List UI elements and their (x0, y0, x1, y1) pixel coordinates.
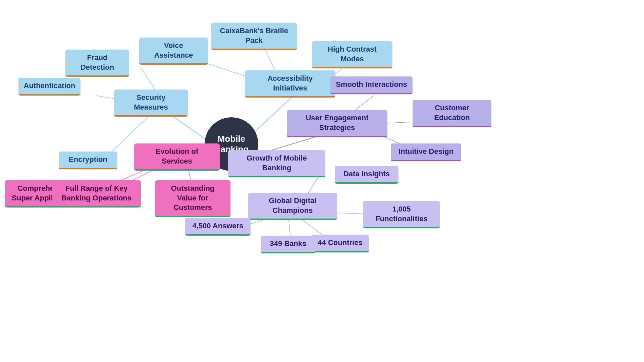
evolution-services-label: Evolution of Services (140, 147, 214, 166)
node-authentication: Authentication (18, 78, 80, 96)
node-data-insights: Data Insights (335, 166, 398, 184)
node-user-engagement: User Engagement Strategies (287, 110, 387, 137)
accessibility-label: Accessibility Initiatives (250, 74, 330, 93)
node-fraud-detection: Fraud Detection (65, 50, 129, 77)
global-digital-label: Global Digital Champions (254, 196, 332, 215)
growth-label: Growth of Mobile Banking (233, 154, 320, 173)
answers-label: 4,500 Answers (192, 221, 243, 231)
functionalities-label: 1,005 Functionalities (368, 204, 435, 224)
user-engagement-label: User Engagement Strategies (292, 113, 382, 132)
banks-label: 349 Banks (270, 239, 307, 249)
smooth-interactions-label: Smooth Interactions (336, 80, 407, 89)
node-security-measures: Security Measures (114, 89, 188, 117)
node-countries: 44 Countries (311, 235, 369, 252)
voice-assistance-label: Voice Assistance (145, 41, 203, 60)
node-outstanding: Outstanding Value for Customers (155, 180, 230, 217)
encryption-label: Encryption (69, 155, 107, 165)
intuitive-design-label: Intuitive Design (398, 147, 453, 157)
node-global-digital: Global Digital Champions (248, 193, 337, 220)
node-answers: 4,500 Answers (185, 218, 251, 236)
node-growth: Growth of Mobile Banking (228, 150, 325, 177)
fraud-detection-label: Fraud Detection (71, 53, 124, 72)
node-high-contrast: High Contrast Modes (312, 41, 392, 68)
node-full-range: Full Range of Key Banking Operations (52, 180, 141, 207)
node-banks: 349 Banks (261, 236, 315, 253)
node-voice-assistance: Voice Assistance (139, 38, 208, 65)
countries-label: 44 Countries (318, 238, 362, 248)
node-accessibility: Accessibility Initiatives (245, 70, 335, 98)
node-customer-education: Customer Education (413, 100, 491, 127)
node-functionalities: 1,005 Functionalities (363, 201, 440, 228)
node-evolution-services: Evolution of Services (134, 143, 220, 171)
customer-education-label: Customer Education (418, 103, 486, 122)
node-smooth-interactions: Smooth Interactions (330, 76, 413, 94)
caixabank-label: CaixaBank's Braille Pack (217, 26, 291, 45)
authentication-label: Authentication (24, 81, 75, 91)
security-measures-label: Security Measures (119, 93, 182, 112)
node-intuitive-design: Intuitive Design (391, 143, 461, 161)
full-range-label: Full Range of Key Banking Operations (57, 184, 136, 203)
high-contrast-label: High Contrast Modes (317, 45, 387, 64)
node-encryption: Encryption (59, 152, 117, 169)
data-insights-label: Data Insights (343, 169, 390, 179)
node-caixabank: CaixaBank's Braille Pack (211, 23, 297, 50)
outstanding-label: Outstanding Value for Customers (160, 184, 225, 213)
